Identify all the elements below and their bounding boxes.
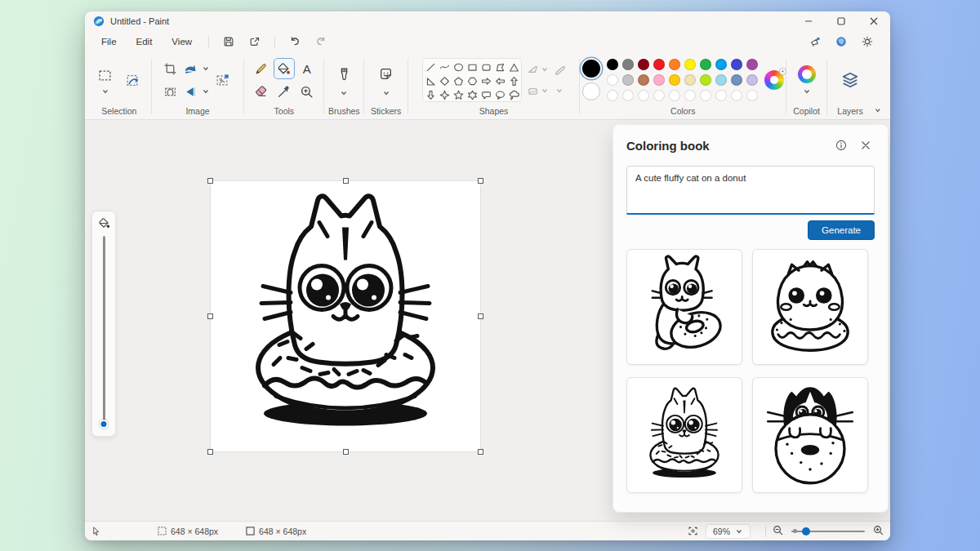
shape-star-4-icon[interactable]	[439, 88, 452, 101]
close-button[interactable]	[858, 11, 890, 31]
selection-handle-n[interactable]	[343, 178, 349, 184]
copilot-dropdown-chevron-icon[interactable]	[803, 87, 811, 96]
zoom-out-button[interactable]	[773, 525, 783, 537]
color-swatch-99d9ea[interactable]	[715, 74, 727, 86]
selection-handle-e[interactable]	[478, 313, 483, 319]
rotate-icon[interactable]	[180, 58, 201, 79]
selection-handle-s[interactable]	[343, 449, 349, 455]
color-swatch-ffaec9[interactable]	[653, 74, 665, 86]
color-swatch-ff7f27[interactable]	[669, 59, 680, 70]
brushes-dropdown-chevron-icon[interactable]	[340, 89, 348, 97]
color-swatch-empty[interactable]	[607, 90, 618, 101]
shape-arrow-left-icon[interactable]	[494, 74, 507, 87]
menu-edit[interactable]: Edit	[127, 34, 163, 49]
color-swatch-empty[interactable]	[731, 90, 742, 101]
background-removal-icon[interactable]	[122, 69, 144, 91]
share-icon[interactable]	[244, 33, 265, 50]
zoom-slider-thumb[interactable]	[802, 527, 810, 535]
brush-icon[interactable]	[333, 63, 354, 84]
ribbon-collapse-chevron-icon[interactable]	[874, 106, 882, 114]
edit-colors-button[interactable]: +	[764, 70, 784, 90]
generate-button[interactable]: Generate	[808, 220, 875, 240]
select-all-icon[interactable]	[159, 81, 180, 102]
shape-fill-icon[interactable]	[527, 85, 539, 97]
color-swatch-ffffff[interactable]	[607, 74, 618, 86]
slider-track[interactable]	[103, 236, 105, 427]
menu-file[interactable]: File	[91, 34, 127, 49]
prompt-input[interactable]: A cute fluffy cat on a donut	[626, 166, 875, 213]
shape-arrow-up-icon[interactable]	[508, 74, 521, 87]
shape-arrow-down-icon[interactable]	[425, 88, 438, 101]
color-swatch-c3c3c3[interactable]	[622, 74, 634, 86]
sticker-icon[interactable]	[376, 63, 397, 84]
selection-handle-sw[interactable]	[207, 449, 213, 455]
shape-line-icon[interactable]	[425, 60, 438, 73]
layers-icon[interactable]	[841, 56, 859, 104]
stroke-size-chevron-icon[interactable]	[555, 87, 564, 95]
color-swatch-empty[interactable]	[669, 90, 680, 101]
color-swatch-fff200[interactable]	[684, 59, 696, 70]
color-swatch-880015[interactable]	[638, 59, 649, 70]
thumbnail-cat-head-in-donut[interactable]	[626, 377, 742, 493]
crop-icon[interactable]	[159, 58, 180, 79]
color-swatch-7f7f7f[interactable]	[622, 59, 634, 70]
color-swatch-7092be[interactable]	[731, 74, 742, 86]
foreground-color-swatch[interactable]	[582, 60, 600, 78]
color-swatch-ffc90e[interactable]	[669, 74, 680, 86]
thumbnail-cat-hugging-donut[interactable]	[626, 249, 742, 365]
shape-right-triangle-icon[interactable]	[425, 74, 438, 87]
color-swatch-empty[interactable]	[684, 90, 696, 101]
magnifier-icon[interactable]	[296, 81, 318, 102]
shape-star-6-icon[interactable]	[466, 88, 479, 101]
thumbnail-tuxedo-cat-behind-donut[interactable]	[752, 377, 868, 493]
redo-icon[interactable]	[310, 33, 332, 50]
color-swatch-3f48cc[interactable]	[731, 59, 742, 70]
shape-pentagon-icon[interactable]	[452, 74, 466, 87]
shape-arrow-right-icon[interactable]	[480, 74, 493, 87]
thumbnail-fluffy-cat-on-donut[interactable]	[752, 249, 868, 365]
color-swatch-a349a4[interactable]	[746, 59, 758, 70]
menu-view[interactable]: View	[162, 34, 202, 49]
shape-fill-chevron-icon[interactable]	[541, 87, 549, 95]
account-icon[interactable]	[831, 33, 852, 50]
color-swatch-00a2e8[interactable]	[715, 59, 727, 70]
selection-handle-ne[interactable]	[478, 178, 483, 184]
shape-star-5-icon[interactable]	[452, 88, 466, 101]
background-color-swatch[interactable]	[582, 82, 600, 100]
shape-triangle-icon[interactable]	[508, 60, 521, 73]
fill-tool-icon[interactable]	[274, 58, 295, 79]
info-icon[interactable]	[832, 136, 850, 154]
shape-outline-icon[interactable]	[527, 64, 539, 76]
color-swatch-b5e61d[interactable]	[700, 74, 711, 86]
feedback-icon[interactable]	[804, 33, 826, 50]
selection-dropdown-chevron-icon[interactable]	[101, 87, 109, 96]
shape-rounded-rectangle-icon[interactable]	[480, 60, 493, 73]
eyedropper-icon[interactable]	[274, 81, 295, 102]
shape-ellipse-icon[interactable]	[452, 60, 466, 73]
selection-handle-w[interactable]	[207, 313, 213, 319]
panel-close-icon[interactable]	[857, 136, 875, 154]
shape-rectangle-icon[interactable]	[466, 60, 479, 73]
color-swatch-empty[interactable]	[700, 90, 711, 101]
flip-dropdown-chevron-icon[interactable]	[202, 87, 210, 96]
shape-speech-rounded-icon[interactable]	[480, 88, 493, 101]
resize-icon[interactable]	[212, 69, 233, 91]
slider-thumb[interactable]	[100, 420, 109, 429]
zoom-in-button[interactable]	[873, 525, 884, 537]
settings-icon[interactable]	[857, 33, 878, 50]
color-swatch-22b14c[interactable]	[700, 59, 711, 70]
shape-polygon-icon[interactable]	[494, 60, 507, 73]
maximize-button[interactable]	[825, 11, 858, 31]
color-swatch-ed1c24[interactable]	[653, 59, 665, 70]
selection-handle-se[interactable]	[478, 449, 483, 455]
color-swatch-empty[interactable]	[638, 90, 649, 101]
text-tool-icon[interactable]: A	[296, 58, 318, 79]
color-swatch-b97a57[interactable]	[638, 74, 649, 86]
undo-icon[interactable]	[284, 33, 305, 50]
stroke-size-icon[interactable]	[554, 64, 566, 76]
shape-outline-chevron-icon[interactable]	[541, 65, 549, 73]
stickers-dropdown-chevron-icon[interactable]	[382, 89, 390, 97]
flip-icon[interactable]	[180, 81, 201, 102]
color-swatch-empty[interactable]	[622, 90, 634, 101]
shape-speech-cloud-icon[interactable]	[508, 88, 521, 101]
